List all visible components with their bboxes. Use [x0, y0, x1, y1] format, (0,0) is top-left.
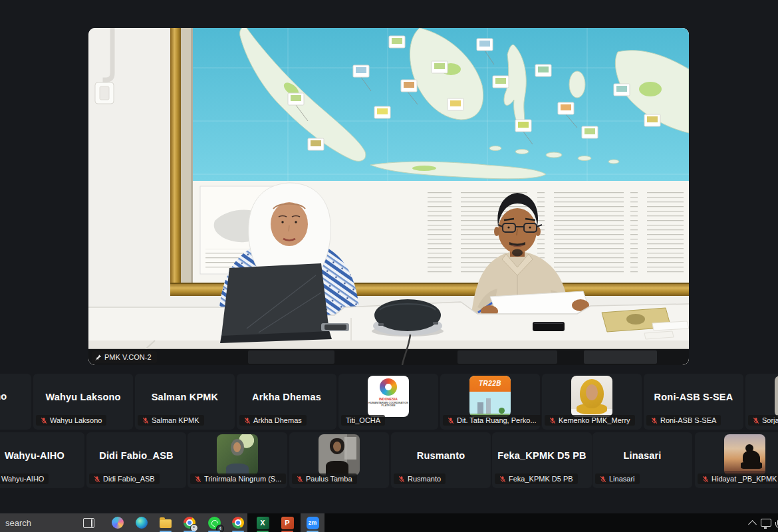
- participant-tile-dit-tata-ruang[interactable]: TR22B Dit. Tata Ruang, Perko...: [440, 374, 540, 430]
- sunset-silhouette-avatar: [724, 434, 765, 475]
- participant-tile-paulus-tamba[interactable]: Paulus Tamba: [289, 432, 389, 488]
- participant-name: Linasari: [623, 450, 661, 470]
- partial-photo-avatar: [775, 376, 778, 417]
- edge-icon[interactable]: [132, 513, 151, 532]
- participant-label: Rusmanto: [394, 473, 446, 484]
- task-view-icon[interactable]: [79, 513, 98, 532]
- participant-label: Wahyu Laksono: [36, 415, 106, 426]
- phone-right: [533, 322, 565, 331]
- copilot-icon[interactable]: [108, 513, 127, 532]
- pinned-video-label[interactable]: PMK V.CON-2: [92, 351, 157, 363]
- mic-muted-icon: [398, 475, 405, 483]
- zoom-app-icon[interactable]: zm: [303, 513, 322, 532]
- participant-label: Roni-ASB S-SEA: [646, 415, 721, 426]
- participant-name: Salman KPMK: [152, 392, 219, 412]
- pinned-video-name: PMK V.CON-2: [104, 353, 152, 361]
- participant-tile-wahyu-laksono[interactable]: Wahyu Laksono Wahyu Laksono: [33, 374, 133, 430]
- woman-yellow-hijab-avatar: [571, 376, 612, 417]
- powerpoint-icon[interactable]: P: [278, 513, 297, 532]
- participant-tile-roni-asb[interactable]: Roni-ASB S-SEA Roni-ASB S-SEA: [644, 374, 743, 430]
- mic-muted-icon: [297, 475, 303, 483]
- participant-name: Wahyu Laksono: [45, 392, 120, 412]
- participant-label: Linasari: [595, 473, 640, 484]
- mic-muted-icon: [753, 417, 759, 424]
- phone-left: [321, 323, 349, 331]
- participant-label: Didi Fabio_ASB: [89, 473, 160, 484]
- participant-tile-kemenko-pmk-merry[interactable]: Kemenko PMK_Merry: [542, 374, 642, 430]
- participant-name: Rusmanto: [417, 450, 465, 470]
- participant-label: Kemenko PMK_Merry: [545, 415, 635, 426]
- mic-muted-icon: [651, 417, 658, 424]
- participant-label: Wahyu-AIHO: [0, 473, 49, 484]
- conference-room-scene: [88, 28, 689, 365]
- mic-muted-icon: [244, 417, 251, 424]
- participant-label: Arkha Dhemas: [239, 415, 307, 426]
- participant-label: Dit. Tata Ruang, Perko...: [443, 415, 541, 426]
- ihcp-logo-avatar: INDONESIA HUMANITARIAN COORDINATION PLAT…: [368, 376, 409, 417]
- pin-icon: [95, 354, 102, 361]
- participant-name: Roni-ASB S-SEA: [654, 392, 733, 412]
- participant-tile-trinirmala[interactable]: Trinirmala Ningrum (S...: [188, 432, 287, 488]
- participant-label: Hidayat _PB_KPMK: [698, 473, 778, 484]
- picture-frame: [170, 28, 193, 296]
- participant-name: Didi Fabio_ASB: [99, 450, 174, 470]
- mic-muted-icon: [702, 475, 709, 483]
- ihcp-burst-icon: [380, 378, 397, 396]
- woman-outdoors-avatar: [217, 434, 258, 475]
- excel-icon[interactable]: X: [253, 513, 272, 532]
- participant-name: no: [0, 391, 7, 402]
- tray-mic-icon[interactable]: [770, 513, 778, 532]
- participant-tile-hidayat[interactable]: Hidayat _PB_KPMK: [695, 432, 778, 488]
- mic-muted-icon: [549, 417, 556, 424]
- participant-tile-sorja[interactable]: Sorja K: [745, 374, 778, 430]
- mic-muted-icon: [600, 475, 606, 483]
- participant-tile-arkha-dhemas[interactable]: Arkha Dhemas Arkha Dhemas: [237, 374, 336, 430]
- tata-ruang-logo-avatar: TR22B: [469, 376, 511, 417]
- dim-room-avatar: [319, 434, 360, 475]
- participant-name: Arkha Dhemas: [252, 392, 321, 412]
- participant-name: Feka_KPMK D5 PB: [497, 450, 586, 470]
- participant-tile-wahyu-aiho[interactable]: Wahyu-AIHO Wahyu-AIHO: [0, 432, 84, 488]
- participant-tile-salman-kpmk[interactable]: Salman KPMK Salman KPMK: [135, 374, 235, 430]
- mic-muted-icon: [41, 417, 47, 424]
- mic-muted-icon: [195, 475, 201, 483]
- participant-label: Trinirmala Ningrum (S...: [190, 473, 286, 484]
- chrome-profile-icon[interactable]: [180, 513, 199, 532]
- mic-muted-icon: [499, 475, 506, 483]
- participant-label: Feka_KPMK D5 PB: [495, 473, 578, 484]
- participant-tile-titi-ocha[interactable]: INDONESIA HUMANITARIAN COORDINATION PLAT…: [338, 374, 438, 430]
- participant-label: Paulus Tamba: [292, 473, 357, 484]
- participant-name: Wahyu-AIHO: [5, 450, 65, 470]
- participant-tile-feka-kpmk[interactable]: Feka_KPMK D5 PB Feka_KPMK D5 PB: [492, 432, 592, 488]
- participant-tile-rusmanto[interactable]: Rusmanto Rusmanto: [391, 432, 491, 488]
- mic-muted-icon: [142, 417, 149, 424]
- chrome-icon[interactable]: [229, 513, 247, 532]
- windows-taskbar: search 4 X P zm: [0, 513, 778, 532]
- main-video-feed[interactable]: PMK V.CON-2: [88, 28, 689, 365]
- participant-label: Sorja K: [748, 415, 778, 426]
- mic-muted-icon: [94, 475, 100, 483]
- laptop: [220, 263, 332, 343]
- participant-label: Salman KPMK: [138, 415, 204, 426]
- mic-muted-icon: [448, 417, 454, 424]
- participant-tile-didi-fabio[interactable]: Didi Fabio_ASB Didi Fabio_ASB: [86, 432, 186, 488]
- search-text: search: [5, 518, 31, 528]
- file-explorer-icon[interactable]: [156, 513, 175, 532]
- participant-tile-partial-left[interactable]: no: [0, 374, 31, 430]
- whatsapp-icon[interactable]: 4: [205, 513, 223, 532]
- participant-tile-linasari[interactable]: Linasari Linasari: [592, 432, 692, 488]
- participant-label: Titi_OCHA: [341, 415, 385, 426]
